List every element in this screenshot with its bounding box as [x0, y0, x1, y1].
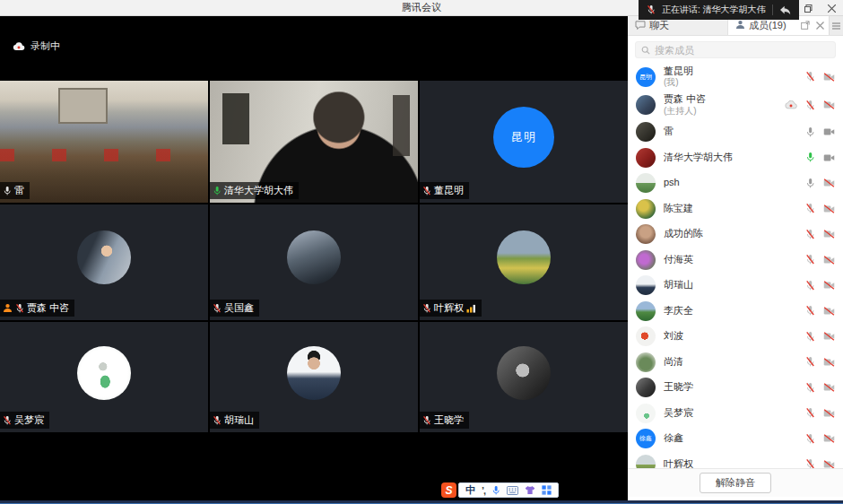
member-row[interactable]: 陈宝建: [628, 196, 843, 222]
member-role: (我): [664, 77, 693, 89]
member-avatar: 徐鑫: [636, 429, 656, 448]
member-avatar: [636, 301, 656, 321]
mic-icon[interactable]: [491, 485, 500, 496]
mic-muted-icon: [805, 280, 815, 291]
mic-on-icon: [3, 186, 12, 196]
member-row[interactable]: 贾森 中咨 (主持人): [628, 91, 843, 120]
mic-muted-icon: [3, 415, 12, 426]
chat-bubble-icon: [635, 21, 646, 31]
member-name: 王晓学: [664, 381, 693, 394]
mic-speaking-icon: [213, 186, 222, 196]
maximize-button[interactable]: [796, 0, 820, 16]
member-row[interactable]: 吴梦宸: [628, 401, 843, 427]
member-name: 清华大学胡大伟: [664, 152, 733, 164]
mic-muted-icon: [422, 186, 431, 196]
member-status-icons: [805, 280, 835, 291]
recording-indicator: 录制中: [13, 39, 60, 53]
participant-name-tag: 王晓学: [420, 412, 469, 429]
ime-logo-icon[interactable]: S: [441, 482, 456, 498]
camera-muted-icon: [823, 73, 835, 82]
tab-chat-label: 聊天: [649, 19, 669, 32]
sidebar-footer: 解除静音: [628, 468, 843, 497]
participant-name: 清华大学胡大伟: [224, 184, 293, 197]
video-tile[interactable]: 雷: [0, 81, 208, 203]
participant-avatar: 昆明: [493, 107, 554, 168]
skin-icon[interactable]: [525, 485, 535, 495]
speaking-toast-label: 正在讲话: 清华大学胡大伟: [662, 4, 766, 16]
member-row[interactable]: 徐鑫 徐鑫: [628, 426, 843, 452]
member-avatar: [636, 95, 656, 115]
member-name: 吴梦宸: [664, 407, 693, 420]
member-row[interactable]: 尚清: [628, 350, 843, 376]
member-row[interactable]: 成功的陈: [628, 222, 843, 248]
member-row[interactable]: 清华大学胡大伟: [628, 145, 843, 171]
participant-name: 吴国鑫: [224, 301, 254, 315]
participant-name: 贾森 中咨: [27, 301, 69, 315]
member-row[interactable]: 叶辉权: [628, 452, 843, 471]
camera-muted-icon: [823, 383, 835, 392]
member-status-icons: [805, 382, 835, 394]
mic-muted-icon: [805, 331, 815, 343]
camera-muted-icon: [823, 307, 835, 316]
mic-on-icon: [805, 126, 815, 138]
video-tile[interactable]: 胡瑞山: [210, 322, 418, 432]
video-tile[interactable]: 贾森 中咨: [0, 204, 208, 320]
reply-arrow-icon[interactable]: [779, 5, 791, 15]
video-tile[interactable]: 吴国鑫: [210, 204, 418, 320]
mic-muted-icon: [805, 382, 815, 394]
participant-avatar: [77, 346, 131, 400]
member-row[interactable]: 雷: [628, 119, 843, 145]
member-status-icons: [785, 100, 835, 111]
mic-muted-icon: [15, 303, 24, 314]
camera-muted-icon: [823, 332, 835, 341]
keyboard-icon[interactable]: [507, 486, 518, 495]
mic-muted-icon: [805, 254, 815, 265]
video-tile[interactable]: 叶辉权: [420, 204, 628, 320]
close-button[interactable]: [820, 0, 843, 16]
ime-punctuation-toggle[interactable]: ’,: [482, 485, 485, 496]
camera-muted-icon: [823, 178, 835, 187]
mic-muted-icon: [213, 415, 222, 426]
member-name: 徐鑫: [664, 432, 683, 445]
video-tile[interactable]: 吴梦宸: [0, 322, 208, 432]
mic-muted-icon: [805, 203, 815, 214]
member-row[interactable]: 付海英: [628, 248, 843, 274]
toolbox-icon[interactable]: [542, 485, 552, 495]
menu-icon[interactable]: [829, 16, 843, 35]
member-status-icons: [805, 331, 835, 343]
camera-muted-icon: [823, 256, 835, 265]
camera-muted-icon: [823, 230, 835, 239]
ime-mode-toggle[interactable]: 中: [465, 483, 475, 497]
close-panel-icon[interactable]: [816, 21, 824, 31]
member-status-icons: [805, 178, 835, 189]
video-tile[interactable]: 王晓学: [420, 322, 628, 432]
member-row[interactable]: 李庆全: [628, 299, 843, 325]
camera-muted-icon: [823, 100, 835, 109]
member-name: psh: [664, 177, 680, 189]
participant-name: 胡瑞山: [224, 413, 254, 427]
member-avatar: [636, 148, 656, 168]
popout-icon[interactable]: [801, 21, 810, 31]
unmute-button[interactable]: 解除静音: [700, 473, 771, 493]
mic-muted-icon: [805, 407, 815, 419]
video-tile[interactable]: 昆明 董昆明: [420, 81, 628, 203]
member-name: 贾森 中咨: [664, 93, 706, 106]
member-name: 雷: [664, 126, 674, 138]
participant-name-tag: 胡瑞山: [210, 412, 259, 429]
camera-on-icon: [823, 127, 835, 136]
member-avatar: [636, 122, 656, 142]
recording-label: 录制中: [30, 39, 60, 53]
search-input[interactable]: [655, 45, 816, 56]
member-status-icons: [805, 305, 835, 317]
mic-muted-icon: [805, 71, 815, 83]
member-row[interactable]: 王晓学: [628, 375, 843, 401]
member-row[interactable]: psh: [628, 170, 843, 196]
member-row[interactable]: 胡瑞山: [628, 273, 843, 299]
member-row[interactable]: 刘波: [628, 324, 843, 350]
video-tile[interactable]: 清华大学胡大伟: [210, 81, 418, 203]
host-icon: [3, 303, 13, 313]
mic-muted-icon: [422, 303, 431, 314]
member-row[interactable]: 昆明 董昆明 (我): [628, 63, 843, 91]
video-stage: 录制中 雷 清华大学胡大伟 昆明: [0, 16, 628, 504]
tab-members-label: 成员(19): [749, 19, 787, 32]
